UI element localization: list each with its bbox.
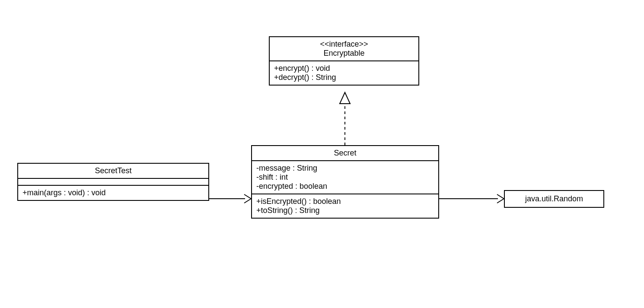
- method-item: +main(args : void) : void: [22, 188, 204, 197]
- class-name-label: Secret: [256, 149, 434, 158]
- arrowhead-part: [497, 199, 504, 203]
- realization-arrowhead: [340, 92, 350, 104]
- methods-section: +encrypt() : void +decrypt() : String: [270, 61, 418, 85]
- stereotype-label: <<interface>>: [274, 40, 414, 49]
- class-header: SecretTest: [18, 164, 208, 179]
- method-item: +decrypt() : String: [274, 73, 414, 82]
- attributes-section: -message : String -shift : int -encrypte…: [252, 161, 438, 194]
- methods-section: +isEncrypted() : boolean +toString() : S…: [252, 194, 438, 218]
- class-secrettest: SecretTest +main(args : void) : void: [17, 163, 209, 201]
- attribute-item: -message : String: [256, 164, 434, 173]
- attributes-section: [18, 179, 208, 186]
- method-item: +encrypt() : void: [274, 64, 414, 73]
- class-name-label: Encryptable: [274, 49, 414, 58]
- method-item: +toString() : String: [256, 206, 434, 215]
- attribute-item: -shift : int: [256, 173, 434, 182]
- arrowhead-part: [497, 194, 504, 199]
- arrowhead-part: [244, 199, 251, 203]
- class-name-label: java.util.Random: [525, 194, 583, 203]
- class-encryptable: <<interface>> Encryptable +encrypt() : v…: [269, 36, 419, 86]
- class-header: <<interface>> Encryptable: [270, 37, 418, 61]
- method-item: +isEncrypted() : boolean: [256, 197, 434, 206]
- class-random: java.util.Random: [504, 190, 604, 208]
- class-name-label: SecretTest: [22, 166, 204, 175]
- attribute-item: -encrypted : boolean: [256, 182, 434, 191]
- class-header: Secret: [252, 146, 438, 161]
- uml-diagram: <<interface>> Encryptable +encrypt() : v…: [0, 0, 644, 308]
- class-secret: Secret -message : String -shift : int -e…: [251, 145, 439, 219]
- methods-section: +main(args : void) : void: [18, 186, 208, 200]
- arrowhead-part: [244, 194, 251, 199]
